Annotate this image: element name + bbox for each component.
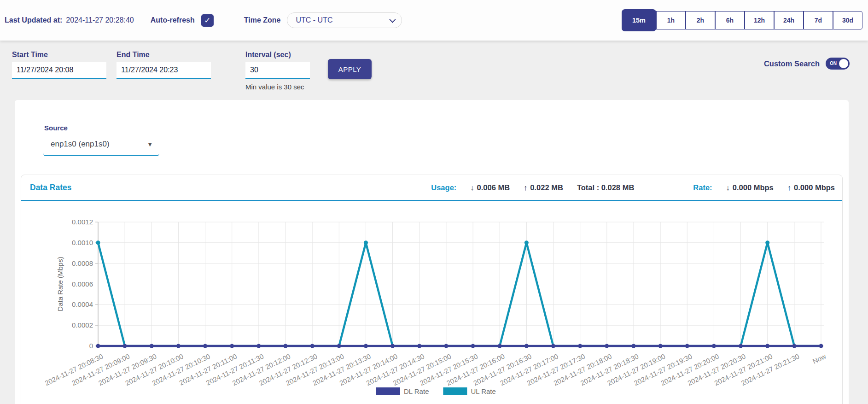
interval-hint: Min value is 30 sec: [245, 83, 304, 91]
range-button-2h[interactable]: 2h: [686, 11, 715, 29]
custom-search-control: Custom Search ON: [764, 58, 850, 70]
auto-refresh-checkbox[interactable]: ✓: [201, 14, 214, 27]
apply-button[interactable]: APPLY: [328, 59, 372, 79]
panel-title: Data Rates: [30, 183, 71, 193]
check-icon: ✓: [204, 16, 210, 25]
legend-swatch: [376, 387, 400, 395]
data-rates-chart: 00.00020.00040.00060.00080.00100.0012202…: [21, 201, 843, 404]
legend-label[interactable]: UL Rate: [471, 387, 495, 395]
chart-canvas: 00.00020.00040.00060.00080.00100.0012202…: [21, 201, 843, 404]
svg-text:0.0008: 0.0008: [72, 259, 93, 267]
range-button-12h[interactable]: 12h: [745, 11, 774, 29]
range-button-group: 15m1h2h6h12h24h7d30d: [622, 0, 862, 41]
svg-text:0.0004: 0.0004: [72, 300, 93, 308]
interval-label: Interval (sec): [245, 51, 291, 59]
last-updated-value: 2024-11-27 20:28:40: [66, 16, 134, 24]
legend-swatch: [443, 387, 467, 395]
usage-upload: ↑0.022 MB: [524, 183, 563, 192]
data-rates-header: Data Rates Usage: ↓0.006 MB ↑0.022 MB To…: [21, 175, 842, 201]
end-time-label: End Time: [117, 51, 150, 59]
svg-text:0: 0: [89, 342, 93, 350]
range-button-1h[interactable]: 1h: [656, 11, 686, 29]
timezone-label: Time Zone: [244, 16, 281, 24]
usage-total: Total : 0.028 MB: [577, 183, 634, 192]
topbar: Last Updated at: 2024-11-27 20:28:40 Aut…: [0, 0, 868, 41]
range-button-30d[interactable]: 30d: [833, 11, 862, 29]
usage-download-value: 0.006 MB: [477, 183, 510, 192]
svg-text:0.0012: 0.0012: [72, 218, 93, 226]
usage-upload-value: 0.022 MB: [530, 183, 563, 192]
data-rates-panel: Data Rates Usage: ↓0.006 MB ↑0.022 MB To…: [21, 175, 843, 404]
timezone-select[interactable]: UTC - UTC: [287, 12, 402, 28]
svg-text:Data Rate (Mbps): Data Rate (Mbps): [56, 257, 64, 311]
rate-upload-value: 0.000 Mbps: [794, 183, 835, 192]
start-time-input[interactable]: [12, 62, 106, 79]
usage-download: ↓0.006 MB: [470, 183, 510, 192]
interval-input[interactable]: [245, 62, 310, 79]
content-card: Source enp1s0 (enp1s0) ▼ Data Rates Usag…: [15, 100, 849, 404]
source-select[interactable]: enp1s0 (enp1s0) ▼: [43, 136, 159, 156]
filters-bar: Start Time End Time Interval (sec) Min v…: [0, 41, 868, 100]
rate-download: ↓0.000 Mbps: [726, 183, 774, 192]
end-time-input[interactable]: [117, 62, 211, 79]
custom-search-label: Custom Search: [764, 59, 820, 68]
range-button-6h[interactable]: 6h: [715, 11, 745, 29]
ul-rate-line: [98, 243, 821, 346]
chevron-down-icon: [390, 17, 396, 23]
rate-download-value: 0.000 Mbps: [733, 183, 774, 192]
range-button-15m[interactable]: 15m: [622, 9, 656, 31]
svg-text:0.0010: 0.0010: [72, 239, 93, 246]
download-arrow-icon: ↓: [470, 183, 474, 192]
usage-label: Usage:: [431, 183, 456, 192]
svg-text:0.0002: 0.0002: [72, 321, 93, 329]
auto-refresh-label: Auto-refresh: [151, 16, 195, 24]
timezone-value: UTC - UTC: [296, 16, 390, 24]
range-button-24h[interactable]: 24h: [774, 11, 804, 29]
rate-upload-arrow-icon: ↑: [787, 183, 791, 192]
upload-arrow-icon: ↑: [524, 183, 527, 192]
toggle-on-text: ON: [830, 61, 837, 66]
source-label: Source: [44, 124, 68, 132]
svg-text:0.0006: 0.0006: [72, 280, 93, 288]
usage-rate-stats: Usage: ↓0.006 MB ↑0.022 MB Total : 0.028…: [431, 183, 835, 192]
rate-label: Rate:: [693, 183, 712, 192]
last-updated-label: Last Updated at:: [5, 16, 62, 24]
dashboard-page: { "topbar": { "last_updated_label": "Las…: [0, 0, 868, 404]
custom-search-toggle[interactable]: ON: [826, 58, 850, 70]
svg-text:Now: Now: [811, 352, 827, 365]
source-value: enp1s0 (enp1s0): [51, 140, 147, 149]
legend-label[interactable]: DL Rate: [404, 387, 429, 395]
range-button-7d[interactable]: 7d: [804, 11, 833, 29]
toggle-knob: [839, 59, 848, 68]
dropdown-arrow-icon: ▼: [147, 141, 153, 148]
rate-upload: ↑0.000 Mbps: [787, 183, 835, 192]
rate-download-arrow-icon: ↓: [726, 183, 730, 192]
start-time-label: Start Time: [12, 51, 48, 59]
